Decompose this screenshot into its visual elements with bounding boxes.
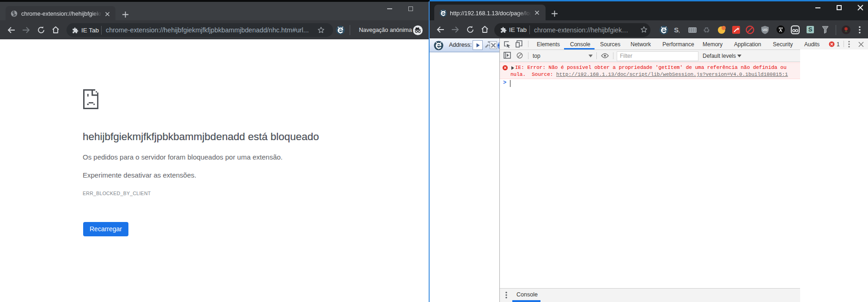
svg-text:UO: UO bbox=[763, 28, 768, 31]
